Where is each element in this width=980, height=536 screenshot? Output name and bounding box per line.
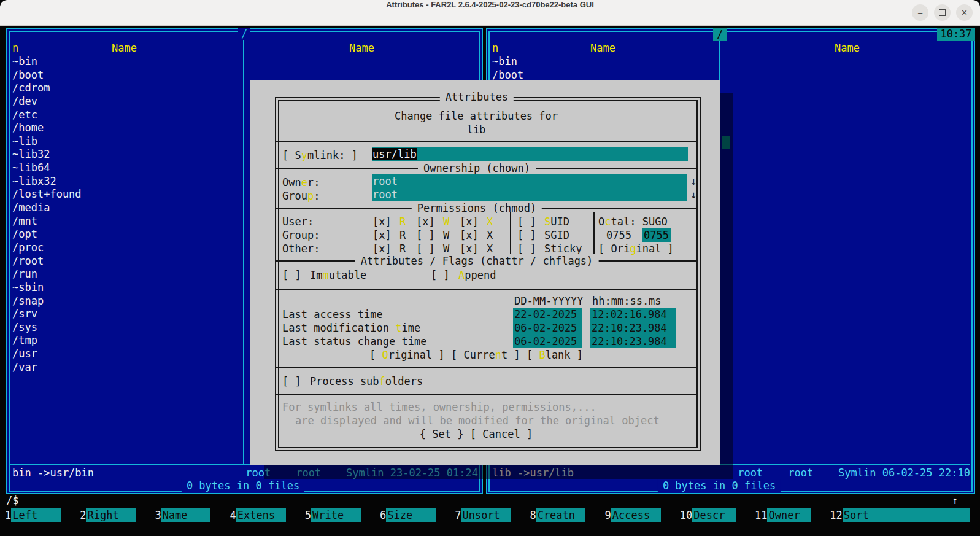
right-panel-col2-header[interactable]: Name [835, 41, 860, 55]
file-item[interactable]: /tmp [12, 334, 239, 348]
window-title: Attributes - FAR2L 2.6.4-2025-02-23-cd70… [0, 0, 980, 25]
file-item[interactable]: /home [12, 122, 239, 135]
owner-history-arrow-icon[interactable]: ↓ [690, 174, 696, 188]
last-access-date-input[interactable]: 22-02-2025 [513, 308, 582, 321]
file-item[interactable]: ~lib32 [12, 148, 239, 161]
sticky-checkbox[interactable]: [ ] [517, 242, 536, 255]
fkey-label: Descr [692, 508, 736, 522]
label-text: Own [282, 176, 301, 188]
file-item[interactable]: /srv [12, 308, 239, 321]
times-original-button[interactable]: [ Original ] [369, 349, 445, 361]
file-item[interactable]: /run [12, 268, 239, 281]
file-item[interactable]: /media [12, 201, 239, 215]
file-item[interactable]: /proc [12, 241, 239, 255]
owner-input[interactable]: root [372, 174, 687, 188]
perm-group-write-checkbox[interactable]: [ ] [416, 228, 435, 242]
times-current-button[interactable]: [ Current ] [451, 349, 520, 361]
last-status-change-date-input[interactable]: 06-02-2025 [513, 335, 582, 348]
left-panel-col2-header[interactable]: Name [349, 41, 374, 55]
file-item[interactable]: /usr [12, 348, 239, 361]
label-text: : [314, 190, 320, 202]
file-item[interactable]: /var [12, 361, 239, 375]
file-item[interactable]: /boot [12, 69, 239, 82]
fkey-9-access[interactable]: 9Access [605, 508, 661, 522]
fkey-12-sort[interactable]: 12Sort [830, 508, 970, 522]
perm-user-exec-checkbox[interactable]: [x] [460, 215, 479, 228]
label-text: O [598, 216, 604, 228]
right-panel-path[interactable]: / [713, 28, 727, 41]
clock: 10:37 [937, 28, 975, 41]
perm-user-write-checkbox[interactable]: [x] [416, 215, 435, 228]
date-format-header: DD-MM-YYYYY [514, 294, 584, 308]
file-item[interactable]: ~bin [12, 55, 239, 69]
octal-original-button[interactable]: [ Original ] [598, 242, 674, 255]
hotkey-letter: B [539, 349, 545, 361]
times-blank-button[interactable]: [ Blank ] [527, 349, 583, 361]
fkey-number: 10 [680, 508, 692, 522]
symlink-label[interactable]: [ Symlink: ] [282, 149, 358, 162]
dialog-shadow-right [720, 93, 733, 479]
fkey-11-owner[interactable]: 11Owner [755, 508, 811, 522]
perm-user-read-checkbox[interactable]: [x] [372, 215, 392, 228]
symlink-input[interactable]: usr/lib [372, 147, 688, 161]
set-button[interactable]: { Set } [420, 428, 464, 440]
last-status-change-time-input[interactable]: 22:10:23.984 [590, 335, 676, 348]
suid-checkbox[interactable]: [ ] [517, 215, 536, 228]
file-item[interactable]: /opt [12, 228, 239, 241]
left-panel-col1-header[interactable]: Name [112, 41, 137, 55]
fkey-2-right[interactable]: 2Right [80, 508, 136, 522]
perm-other-write-checkbox[interactable]: [ ] [416, 242, 435, 255]
fkey-1-left[interactable]: 1Left [5, 508, 61, 522]
fkey-4-extens[interactable]: 4Extens [230, 508, 286, 522]
file-item[interactable]: /mnt [12, 215, 239, 228]
fkey-10-descr[interactable]: 10Descr [680, 508, 736, 522]
perm-other-read-checkbox[interactable]: [x] [372, 242, 392, 255]
symlink-note-line2: are displayed and will be modified for t… [295, 414, 660, 427]
close-icon[interactable]: ✕ [956, 4, 973, 21]
file-item[interactable]: /etc [12, 109, 239, 122]
hotkey-letter: g [630, 243, 636, 255]
group-history-arrow-icon[interactable]: ↓ [690, 188, 696, 201]
file-item[interactable]: ~lib64 [12, 161, 239, 175]
fkey-7-unsort[interactable]: 7Unsort [455, 508, 511, 522]
perm-other-exec-checkbox[interactable]: [x] [460, 242, 479, 255]
file-item[interactable]: ~libx32 [12, 175, 239, 188]
sgid-checkbox[interactable]: [ ] [517, 228, 536, 242]
last-modification-date-input[interactable]: 06-02-2025 [513, 321, 582, 335]
file-item[interactable]: /dev [12, 95, 239, 109]
right-panel-col1-header[interactable]: Name [590, 41, 615, 55]
file-item[interactable]: ~bin [492, 55, 713, 69]
file-item[interactable]: /sys [12, 321, 239, 335]
file-item[interactable]: ~lib [12, 135, 239, 149]
command-line-prompt[interactable]: /$ [6, 494, 18, 507]
perm-group-exec-checkbox[interactable]: [x] [460, 228, 479, 242]
fkey-5-write[interactable]: 5Write [305, 508, 361, 522]
group-input[interactable]: root [372, 188, 687, 201]
label-text: Grou [282, 190, 307, 202]
hotkey-letter: O [382, 349, 388, 361]
maximize-icon[interactable] [934, 4, 951, 21]
file-item[interactable]: /lost+found [12, 188, 239, 201]
minimize-icon[interactable]: – [912, 4, 928, 21]
process-subfolders-checkbox[interactable]: [ ] [282, 375, 301, 388]
file-item[interactable]: /cdrom [12, 82, 239, 95]
fkey-6-size[interactable]: 6Size [380, 508, 436, 522]
left-panel-path[interactable]: / [238, 28, 250, 40]
fkey-3-name[interactable]: 3Name [155, 508, 210, 522]
fkey-label: Sort [843, 508, 970, 522]
append-checkbox[interactable]: [ ] [431, 268, 450, 282]
history-up-arrow-icon[interactable]: ↑ [952, 494, 958, 507]
file-item[interactable]: /snap [12, 295, 239, 308]
file-item[interactable]: /root [12, 255, 239, 268]
cancel-button[interactable]: [ Cancel ] [470, 428, 533, 440]
last-modification-time-input[interactable]: 22:10:23.984 [590, 321, 676, 335]
fkey-8-creatn[interactable]: 8Creatn [530, 508, 585, 522]
perm-group-read-checkbox[interactable]: [x] [372, 228, 392, 242]
fkey-number: 3 [155, 508, 161, 522]
octal-input[interactable]: 0755 [642, 228, 671, 242]
last-access-time-input[interactable]: 12:02:16.984 [590, 308, 676, 321]
label-text: R [399, 229, 406, 241]
label-text: [ [369, 349, 382, 361]
immutable-checkbox[interactable]: [ ] [282, 268, 301, 282]
file-item[interactable]: ~sbin [12, 281, 239, 295]
